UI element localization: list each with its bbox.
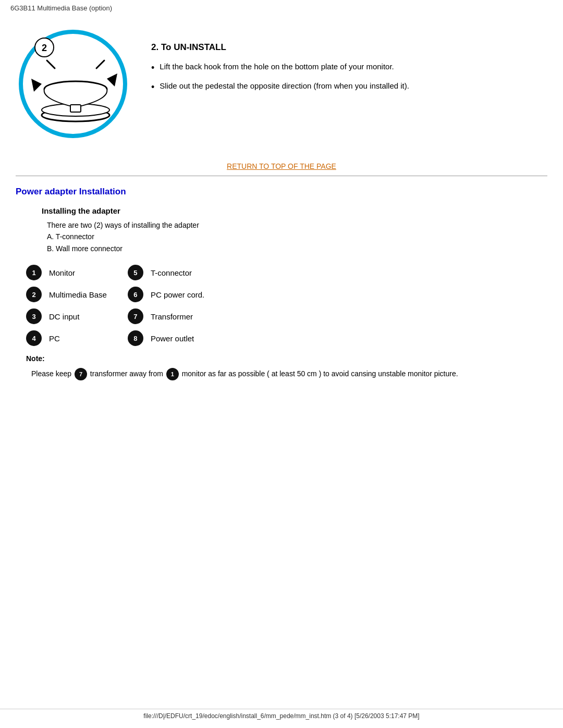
svg-text:2: 2 xyxy=(42,43,47,53)
items-col-right: 5 T-connector 6 PC power cord. 7 Transfo… xyxy=(128,265,204,346)
item-row-8: 8 Power outlet xyxy=(128,330,204,346)
power-section-title: Power adapter Installation xyxy=(16,187,547,197)
svg-rect-6 xyxy=(70,105,81,112)
return-link-container: RETURN TO TOP OF THE PAGE xyxy=(16,162,547,170)
item-label-1: Monitor xyxy=(49,268,75,277)
footer-text: file:///D|/EDFU/crt_19/edoc/english/inst… xyxy=(143,712,419,720)
note-text-mid: transformer away from xyxy=(90,369,163,378)
item-row-6: 6 PC power cord. xyxy=(128,287,204,302)
item-row-5: 5 T-connector xyxy=(128,265,204,280)
circle-6: 6 xyxy=(128,287,143,302)
item-label-6: PC power cord. xyxy=(151,290,204,299)
section-divider xyxy=(16,176,547,176)
item-row-7: 7 Transformer xyxy=(128,309,204,324)
circle-2: 2 xyxy=(26,287,42,302)
circle-8: 8 xyxy=(128,330,143,346)
circle-3: 3 xyxy=(26,309,42,324)
description-line2: A. T-connector xyxy=(47,231,547,242)
note-section: Note: Please keep 7 transformer away fro… xyxy=(26,354,547,380)
uninstall-content: 2. To UN-INSTALL Lift the back hook from… xyxy=(151,27,409,100)
item-row-2: 2 Multimedia Base xyxy=(26,287,107,302)
uninstall-illustration: 2 xyxy=(16,27,130,141)
items-col-left: 1 Monitor 2 Multimedia Base 3 DC input 4… xyxy=(26,265,107,346)
description-line1: There are two (2) ways of installing the… xyxy=(47,219,547,231)
return-to-top-link[interactable]: RETURN TO TOP OF THE PAGE xyxy=(227,162,336,170)
item-label-2: Multimedia Base xyxy=(49,290,107,299)
item-label-8: Power outlet xyxy=(151,334,194,343)
item-row-1: 1 Monitor xyxy=(26,265,107,280)
installing-adapter-block: Installing the adapter There are two (2)… xyxy=(42,206,547,254)
items-grid: 1 Monitor 2 Multimedia Base 3 DC input 4… xyxy=(26,265,547,346)
item-label-4: PC xyxy=(49,334,60,343)
item-row-4: 4 PC xyxy=(26,330,107,346)
description-line3: B. Wall more connector xyxy=(47,243,547,254)
item-label-5: T-connector xyxy=(151,268,192,277)
item-row-3: 3 DC input xyxy=(26,309,107,324)
note-inline-circle-1: 1 xyxy=(166,368,179,380)
note-label: Note: xyxy=(26,354,547,363)
power-adapter-section: Power adapter Installation Installing th… xyxy=(16,187,547,380)
circle-7: 7 xyxy=(128,309,143,324)
note-text-prefix: Please keep xyxy=(31,369,71,378)
item-label-7: Transformer xyxy=(151,312,193,321)
note-body: Please keep 7 transformer away from 1 mo… xyxy=(31,368,547,380)
page-footer: file:///D|/EDFU/crt_19/edoc/english/inst… xyxy=(0,709,563,720)
note-inline-circle-7: 7 xyxy=(75,368,87,380)
circle-5: 5 xyxy=(128,265,143,280)
uninstall-bullet-1: Lift the back hook from the hole on the … xyxy=(151,61,409,75)
circle-4: 4 xyxy=(26,330,42,346)
note-text-suffix: monitor as far as possible ( at least 50… xyxy=(182,369,458,378)
uninstall-bullet-2: Slide out the pedestal the opposite dire… xyxy=(151,80,409,94)
page-header-title: 6G3B11 Multimedia Base (option) xyxy=(10,4,112,12)
item-label-3: DC input xyxy=(49,312,79,321)
circle-1: 1 xyxy=(26,265,42,280)
installing-adapter-title: Installing the adapter xyxy=(42,206,547,215)
installing-adapter-body: There are two (2) ways of installing the… xyxy=(47,219,547,254)
uninstall-bullets: Lift the back hook from the hole on the … xyxy=(151,61,409,94)
uninstall-title: 2. To UN-INSTALL xyxy=(151,42,409,53)
